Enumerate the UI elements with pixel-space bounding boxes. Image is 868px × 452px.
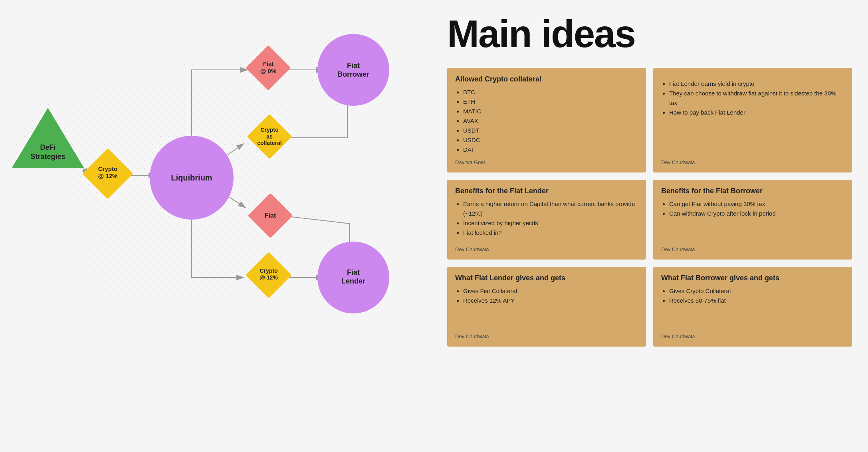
card3-author: Dev Churiwala: [455, 246, 638, 252]
defi-label: DeFi: [40, 143, 55, 151]
card4-title: Benefits for the Fiat Borrower: [661, 187, 844, 195]
cards-grid: Allowed Crypto collateral BTC ETH MATIC …: [447, 68, 852, 347]
right-panel: Main ideas Allowed Crypto collateral BTC…: [431, 0, 868, 452]
svg-text:Liquibrium: Liquibrium: [171, 173, 212, 182]
svg-text:Crypto: Crypto: [260, 127, 278, 133]
svg-text:Fiat: Fiat: [347, 61, 360, 69]
card4-author: Dev Churiwala: [661, 246, 844, 252]
card4-body: Can get Fiat without paying 30% tax Can …: [661, 199, 844, 218]
defi-label2: Strategies: [30, 153, 65, 161]
card2-body: Fiat Lender earns yield in crypto They c…: [661, 79, 844, 117]
svg-text:Borrower: Borrower: [337, 70, 369, 78]
svg-text:@ 12%: @ 12%: [98, 172, 118, 179]
card3-body: Earns a higher return on Capital than wh…: [455, 199, 638, 238]
card5-author: Dev Churiwala: [455, 333, 638, 339]
card6-author: Dev Churiwala: [661, 333, 844, 339]
card1-body: BTC ETH MATIC AVAX USDT USDC DAI: [455, 87, 638, 155]
svg-text:Fiat: Fiat: [263, 60, 274, 67]
card1-title: Allowed Crypto collateral: [455, 75, 638, 83]
svg-text:collateral: collateral: [257, 140, 281, 146]
card-fiat-lender-gives: What Fiat Lender gives and gets Gives Fi…: [447, 267, 646, 347]
svg-text:Lender: Lender: [341, 277, 365, 285]
svg-text:as: as: [266, 133, 273, 140]
card2-author: Dev Churiwala: [661, 159, 844, 165]
svg-text:Crypto: Crypto: [260, 268, 277, 274]
fiat-borrower-circle: [317, 34, 389, 106]
card5-title: What Fiat Lender gives and gets: [455, 274, 638, 282]
svg-text:@ 0%: @ 0%: [260, 67, 276, 74]
card6-title: What Fiat Borrower gives and gets: [661, 274, 844, 282]
svg-text:Fiat: Fiat: [347, 268, 360, 276]
card-crypto-collateral: Allowed Crypto collateral BTC ETH MATIC …: [447, 68, 646, 172]
card-benefits-fiat-borrower: Benefits for the Fiat Borrower Can get F…: [653, 180, 852, 260]
diagram-area: DeFi Strategies Crypto @ 12% Liquibrium …: [0, 0, 431, 452]
main-title: Main ideas: [447, 12, 852, 56]
card5-body: Gives Fiat Collateral Receives 12% APY: [455, 286, 638, 305]
card-fiat-lender-yield: Fiat Lender earns yield in crypto They c…: [653, 68, 852, 172]
card-benefits-fiat-lender: Benefits for the Fiat Lender Earns a hig…: [447, 180, 646, 260]
card3-title: Benefits for the Fiat Lender: [455, 187, 638, 195]
card-fiat-borrower-gives: What Fiat Borrower gives and gets Gives …: [653, 267, 852, 347]
card1-author: Dayitva Goel: [455, 159, 638, 165]
svg-text:Fiat: Fiat: [265, 212, 276, 219]
card6-body: Gives Crypto Collateral Receives 50-75% …: [661, 286, 844, 305]
svg-text:Crypto: Crypto: [98, 165, 117, 172]
svg-text:@ 12%: @ 12%: [260, 274, 278, 281]
